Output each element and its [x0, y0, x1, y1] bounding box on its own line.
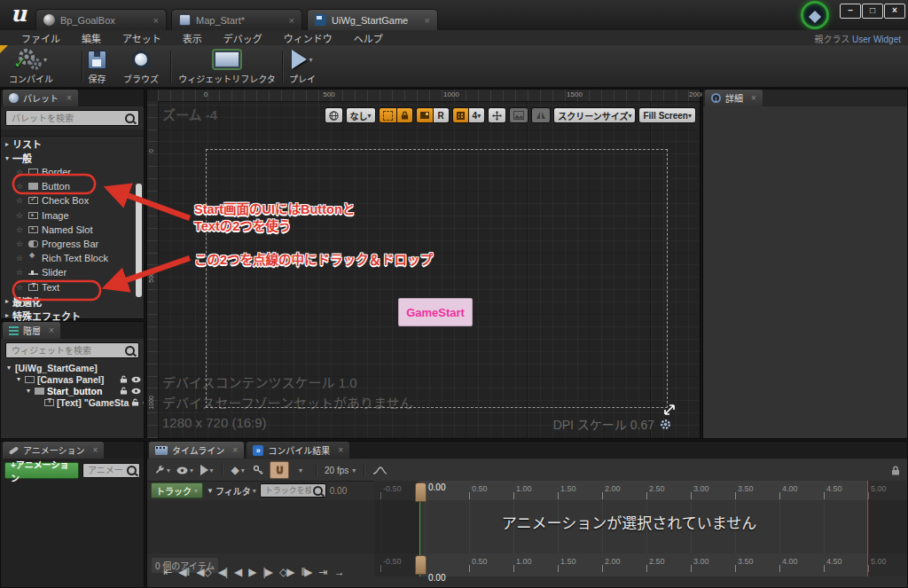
step-back-icon[interactable]: ◀|	[218, 566, 227, 578]
fps-dropdown[interactable]: 20 fps▾	[323, 462, 357, 478]
track-search[interactable]	[260, 483, 326, 498]
asset-tab-Bp_GoalBox[interactable]: Bp_GoalBox×	[35, 9, 167, 30]
fill-screen-dropdown[interactable]: Fill Screen▾	[638, 107, 696, 123]
palette-item-Border[interactable]: ☆Border	[1, 165, 144, 179]
playback-options-button[interactable]: ▾	[198, 462, 215, 478]
palette-search[interactable]	[5, 110, 139, 126]
step-forward-icon[interactable]: |▶	[263, 566, 272, 578]
chevron-down-icon[interactable]: ▾	[309, 56, 312, 64]
selection-outline-toggle[interactable]	[379, 107, 397, 123]
prev-key-icon[interactable]: ◀◇	[196, 566, 210, 578]
filter-button[interactable]: ▼ フィルタ▾	[207, 484, 256, 498]
timeline-tab[interactable]: タイムライン ×	[149, 442, 244, 459]
star-icon[interactable]: ☆	[16, 268, 25, 277]
menu-item-編集[interactable]: 編集	[71, 31, 112, 45]
hierarchy-row-CanvasPanel[interactable]: ▾[Canvas Panel]	[1, 373, 144, 385]
sequence-end-marker[interactable]	[867, 481, 868, 576]
auto-key-button[interactable]	[249, 462, 267, 478]
snap-grid-size-dropdown[interactable]: 4▾	[469, 107, 486, 123]
tutorial-icon[interactable]	[801, 1, 829, 29]
palette-tab[interactable]: パレット ×	[3, 90, 78, 106]
close-icon[interactable]: ×	[425, 15, 430, 26]
flag-preview-button[interactable]: なし▾	[346, 107, 376, 123]
close-icon[interactable]: ×	[289, 15, 294, 26]
layout-mode-button[interactable]	[416, 107, 434, 123]
save-button[interactable]: 保存	[88, 48, 106, 85]
star-icon[interactable]: ☆	[16, 182, 25, 191]
preview-background-button[interactable]	[509, 107, 528, 123]
visibility-eye-icon[interactable]	[143, 397, 144, 408]
asset-tab-Map_Start*[interactable]: Map_Start*×	[171, 9, 302, 30]
palette-item-Rich Text Block[interactable]: ☆Rich Text Block	[1, 251, 144, 265]
chevron-down-icon[interactable]: ▾	[15, 375, 22, 383]
snap-toggle-button[interactable]	[270, 461, 289, 479]
star-icon[interactable]: ☆	[16, 254, 25, 263]
view-options-button[interactable]: ▾	[175, 462, 195, 478]
design-area-outline[interactable]	[206, 149, 668, 408]
close-icon[interactable]: ×	[338, 445, 343, 455]
play-icon[interactable]: ▶	[248, 566, 255, 578]
close-icon[interactable]: ×	[67, 93, 72, 103]
rotation-mode-button[interactable]: R	[434, 107, 450, 123]
timeline-ruler-bottom[interactable]: -0.500.501.001.502.002.503.003.504.004.5…	[374, 553, 907, 576]
add-animation-button[interactable]: +アニメーション	[4, 462, 79, 479]
palette-item-Check Box[interactable]: ☆Check Box	[1, 193, 144, 208]
star-icon[interactable]: ☆	[16, 239, 25, 248]
star-icon[interactable]: ☆	[16, 225, 25, 234]
menu-item-ウィンドウ[interactable]: ウィンドウ	[273, 31, 343, 45]
mirror-preview-button[interactable]	[531, 107, 551, 123]
hierarchy-tab[interactable]: 階層 ×	[3, 322, 60, 339]
to-end-icon[interactable]: ⇥	[319, 566, 327, 578]
menu-item-表示[interactable]: 表示	[172, 31, 213, 45]
menu-item-アセット[interactable]: アセット	[112, 31, 172, 45]
add-track-button[interactable]: トラック▾	[151, 482, 203, 498]
palette-scrollbar[interactable]	[136, 184, 142, 297]
unlock-icon[interactable]	[120, 374, 128, 385]
minimize-button[interactable]: –	[840, 4, 861, 19]
snap-options-dropdown[interactable]: ▾	[292, 462, 309, 478]
step-forward-frame-icon[interactable]: ‖▶	[301, 566, 311, 578]
close-icon[interactable]: ×	[153, 15, 159, 26]
parent-class-value[interactable]: User Widget	[852, 35, 901, 44]
star-icon[interactable]: ☆	[16, 211, 25, 220]
current-time-value[interactable]: 0.00	[330, 486, 347, 496]
animation-tab[interactable]: アニメーション ×	[3, 442, 104, 459]
unlock-icon[interactable]	[131, 397, 139, 408]
hierarchy-row-TextGameSta[interactable]: [Text] "GameSta	[1, 396, 144, 408]
details-tab[interactable]: i 詳細 ×	[705, 90, 763, 106]
keyframe-options-button[interactable]: ◆▾	[229, 462, 247, 478]
palette-search-input[interactable]	[10, 113, 125, 124]
menu-item-デバッグ[interactable]: デバッグ	[213, 31, 273, 45]
play-button[interactable]: ▾ プレイ	[289, 48, 316, 85]
palette-item-Slider[interactable]: ☆Slider	[1, 265, 144, 279]
hierarchy-row-UiWg_StartGame[interactable]: ▾[UiWg_StartGame]	[1, 362, 144, 373]
sequencer-settings-button[interactable]: ▾	[153, 462, 172, 478]
compile-button[interactable]: ✓ ▾ コンパイル	[9, 48, 53, 85]
star-icon[interactable]: ☆	[16, 168, 25, 176]
screen-size-dropdown[interactable]: スクリーンサイズ▾	[553, 107, 636, 123]
lock-widgets-toggle[interactable]	[397, 107, 413, 123]
play-reverse-icon[interactable]: ◀	[234, 566, 241, 578]
palette-item-Progress Bar[interactable]: ☆Progress Bar	[1, 237, 144, 251]
maximize-button[interactable]: □	[862, 4, 883, 19]
asset-tab-UiWg_StartGame[interactable]: UiWg_StartGame×	[307, 9, 438, 30]
step-back-frame-icon[interactable]: ◀‖	[178, 566, 189, 578]
palette-group-list[interactable]: ▸ リスト	[1, 137, 144, 151]
menu-item-ヘルプ[interactable]: ヘルプ	[343, 31, 394, 45]
lock-icon[interactable]	[891, 463, 900, 479]
to-front-icon[interactable]: ⇤	[163, 566, 171, 578]
chevron-down-icon[interactable]: ▾	[5, 364, 12, 372]
next-key-icon[interactable]: ◇▶	[279, 566, 294, 578]
playhead-marker-bottom[interactable]	[415, 555, 427, 575]
timeline-ruler-top[interactable]: -0.500.501.001.502.002.503.003.504.004.5…	[374, 481, 907, 500]
close-button[interactable]: ×	[884, 4, 905, 19]
browse-button[interactable]: ブラウズ	[123, 48, 159, 85]
loop-icon[interactable]: →	[334, 566, 344, 578]
visibility-eye-icon[interactable]	[131, 386, 141, 396]
animation-search-input[interactable]	[86, 465, 127, 476]
curve-editor-button[interactable]	[371, 462, 389, 478]
palette-item-Image[interactable]: ☆Image	[1, 208, 144, 223]
transform-mode-button[interactable]	[488, 107, 506, 123]
close-icon[interactable]: ×	[751, 93, 756, 103]
localization-preview-button[interactable]	[325, 107, 343, 123]
